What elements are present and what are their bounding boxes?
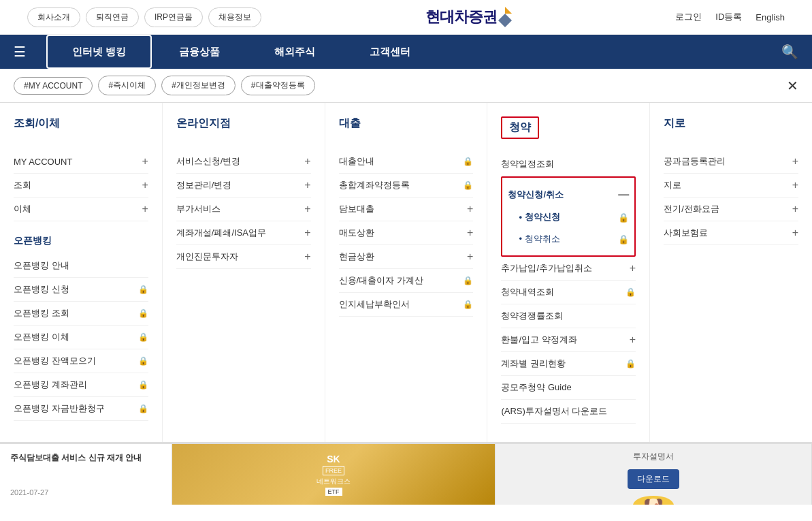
nav-item-overseas[interactable]: 해외주식 bbox=[247, 35, 342, 69]
menu-service-change[interactable]: 서비스신청/변경 + bbox=[176, 150, 311, 174]
plus-icon: + bbox=[304, 179, 310, 191]
banner-area: 주식담보대출 서비스 신규 재개 안내 2021-07-27 SK FREE 네… bbox=[0, 443, 812, 505]
menu-sub-history-label: 청약내역조회 bbox=[501, 286, 554, 298]
dropdown-menu: 조회/이체 MY ACCOUNT + 조회 + 이체 + 오픈뱅킹 오픈뱅킹 안… bbox=[0, 103, 812, 443]
menu-utility-reg[interactable]: 공과금등록관리 + bbox=[664, 150, 798, 174]
link-recruit[interactable]: 채용정보 bbox=[208, 7, 261, 27]
open-gyecwa[interactable]: 오픈뱅킹 계좌관리 🔒 bbox=[14, 373, 148, 397]
link-company[interactable]: 회사소개 bbox=[27, 7, 80, 27]
menu-insurance[interactable]: 사회보험료 + bbox=[664, 221, 798, 245]
quick-tag-2[interactable]: #개인정보변경 bbox=[161, 76, 236, 95]
menu-interest-calc-label: 신용/대출이자 가계산 bbox=[339, 274, 423, 287]
plus-icon: + bbox=[630, 334, 636, 346]
menu-electricity[interactable]: 전기/전화요금 + bbox=[664, 198, 798, 221]
lock-icon: 🔒 bbox=[463, 276, 473, 285]
menu-refund-account[interactable]: 환불/입고 약정계좌 + bbox=[501, 328, 636, 352]
open-sincheong-label: 오픈뱅킹 신청 bbox=[14, 283, 69, 296]
plus-icon: + bbox=[630, 262, 636, 274]
menu-ipo-guide-label: 공모주청약 Guide bbox=[501, 381, 571, 394]
download-button[interactable]: 다운로드 bbox=[628, 469, 679, 489]
plus-icon: + bbox=[304, 227, 310, 239]
plus-icon: + bbox=[467, 251, 473, 263]
open-sincheong[interactable]: 오픈뱅킹 신청 🔒 bbox=[14, 278, 148, 302]
logo-text: 현대차증권 bbox=[425, 7, 497, 27]
menu-collateral[interactable]: 담보대출 + bbox=[339, 198, 474, 221]
login-link[interactable]: 로그인 bbox=[675, 11, 702, 23]
link-pension[interactable]: 퇴직연금 bbox=[86, 7, 139, 27]
menu-info-change[interactable]: 정보관리/변경 + bbox=[176, 174, 311, 198]
nav-item-finance[interactable]: 금융상품 bbox=[152, 35, 247, 69]
open-jaegum[interactable]: 오픈뱅킹 자금반환청구 🔒 bbox=[14, 397, 148, 421]
menu-ars-download-label: (ARS)투자설명서 다운로드 bbox=[501, 405, 607, 417]
col-title-loan: 대출 bbox=[339, 116, 474, 136]
quick-tag-1[interactable]: #즉시이체 bbox=[98, 76, 156, 95]
nav-item-customer[interactable]: 고객센터 bbox=[342, 35, 438, 69]
menu-interest-calc[interactable]: 신용/대출이자 가계산 🔒 bbox=[339, 269, 474, 293]
nav-item-banking[interactable]: 인터넷 뱅킹 bbox=[46, 35, 152, 69]
banner-right: 투자설명서 다운로드 🐶 bbox=[496, 444, 812, 505]
submenu-sub-apply[interactable]: • 청약신청 🔒 bbox=[508, 206, 629, 228]
plus-icon: + bbox=[142, 203, 148, 215]
menu-account-rights-label: 계좌별 권리현황 bbox=[501, 358, 566, 370]
menu-utility-reg-label: 공과금등록관리 bbox=[664, 155, 726, 168]
menu-loan-total-label: 총합계좌약정등록 bbox=[339, 179, 410, 191]
menu-sub-competition[interactable]: 청약경쟁률조회 bbox=[501, 304, 636, 328]
menu-sub-apply-cancel[interactable]: 청약신청/취소 — bbox=[508, 183, 629, 206]
minus-icon: — bbox=[618, 189, 629, 201]
english-link[interactable]: English bbox=[756, 12, 785, 22]
menu-personal-invest[interactable]: 개인진문투자자 + bbox=[176, 245, 311, 269]
id-register-link[interactable]: ID등록 bbox=[715, 11, 742, 23]
menu-stamp-cert[interactable]: 인지세납부확인서 🔒 bbox=[339, 293, 474, 317]
menu-addon-label: 부가서비스 bbox=[176, 203, 221, 215]
banner-notice[interactable]: 주식담보대출 서비스 신규 재개 안내 2021-07-27 bbox=[0, 444, 172, 505]
menu-sell-repay[interactable]: 매도상환 + bbox=[339, 221, 474, 245]
menu-account-rights[interactable]: 계좌별 권리현황 🔒 bbox=[501, 352, 636, 376]
plus-icon: + bbox=[304, 155, 310, 168]
lock-icon: 🔒 bbox=[463, 180, 473, 190]
svg-marker-0 bbox=[505, 7, 512, 14]
submenu-sub-cancel[interactable]: • 청약취소 🔒 bbox=[508, 228, 629, 250]
lock-icon: 🔒 bbox=[138, 356, 148, 366]
open-anae[interactable]: 오픈뱅킹 안내 bbox=[14, 254, 148, 278]
menu-joho[interactable]: 조회 + bbox=[14, 174, 148, 198]
menu-sub-history[interactable]: 청약내역조회 🔒 bbox=[501, 281, 636, 304]
quick-tag-3[interactable]: #대출약정등록 bbox=[241, 76, 315, 95]
menu-loan-info[interactable]: 대출안내 🔒 bbox=[339, 150, 474, 174]
menu-ipo-guide[interactable]: 공모주청약 Guide bbox=[501, 376, 636, 400]
col-johoiiche: 조회/이체 MY ACCOUNT + 조회 + 이체 + 오픈뱅킹 오픈뱅킹 안… bbox=[0, 103, 163, 442]
menu-sub-competition-label: 청약경쟁률조회 bbox=[501, 310, 563, 322]
menu-additional-deposit[interactable]: 추가납입/추가납입취소 + bbox=[501, 257, 636, 281]
menu-loan-info-label: 대출안내 bbox=[339, 155, 374, 168]
plus-icon: + bbox=[304, 251, 310, 263]
quick-bar: #MY ACCOUNT #즉시이체 #개인정보변경 #대출약정등록 ✕ bbox=[0, 69, 812, 103]
col-subscription: 청약 청약일정조회 청약신청/취소 — • 청약신청 🔒 • 청약취소 🔒 추가… bbox=[487, 103, 650, 442]
open-iche[interactable]: 오픈뱅킹 이체 🔒 bbox=[14, 326, 148, 349]
menu-sub-schedule[interactable]: 청약일정조회 bbox=[501, 153, 636, 176]
menu-ars-download[interactable]: (ARS)투자설명서 다운로드 bbox=[501, 400, 636, 424]
menu-loan-total[interactable]: 총합계좌약정등록 🔒 bbox=[339, 174, 474, 198]
menu-iche[interactable]: 이체 + bbox=[14, 198, 148, 221]
search-icon[interactable]: 🔍 bbox=[781, 44, 798, 60]
menu-additional-deposit-label: 추가납입/추가납입취소 bbox=[501, 262, 592, 274]
menu-cash-repay[interactable]: 현금상환 + bbox=[339, 245, 474, 269]
menu-jiro[interactable]: 지로 + bbox=[664, 174, 798, 198]
menu-cash-repay-label: 현금상환 bbox=[339, 251, 374, 263]
plus-icon: + bbox=[142, 179, 148, 191]
quick-tag-0[interactable]: #MY ACCOUNT bbox=[14, 77, 93, 95]
open-joho[interactable]: 오픈뱅킹 조회 🔒 bbox=[14, 302, 148, 326]
open-janmoe-label: 오픈뱅킹 잔액모으기 bbox=[14, 355, 96, 367]
hamburger-icon[interactable]: ☰ bbox=[14, 44, 26, 60]
submenu-sub-apply-label: • 청약신청 bbox=[519, 211, 559, 223]
logo[interactable]: 현대차증권 bbox=[425, 7, 512, 27]
col-jiro: 지로 공과금등록관리 + 지로 + 전기/전화요금 + 사회보험료 + bbox=[650, 103, 812, 442]
close-icon[interactable]: ✕ bbox=[787, 79, 798, 93]
menu-addon[interactable]: 부가서비스 + bbox=[176, 198, 311, 221]
open-janmoe[interactable]: 오픈뱅킹 잔액모으기 🔒 bbox=[14, 349, 148, 373]
menu-sell-repay-label: 매도상환 bbox=[339, 227, 374, 239]
menu-insurance-label: 사회보험료 bbox=[664, 227, 708, 239]
menu-account-open[interactable]: 계좌개설/폐쇄/ISA업무 + bbox=[176, 221, 311, 245]
link-irp[interactable]: IRP연금몰 bbox=[144, 7, 203, 27]
menu-myaccount[interactable]: MY ACCOUNT + bbox=[14, 150, 148, 174]
plus-icon: + bbox=[304, 203, 310, 215]
menu-electricity-label: 전기/전화요금 bbox=[664, 203, 719, 215]
